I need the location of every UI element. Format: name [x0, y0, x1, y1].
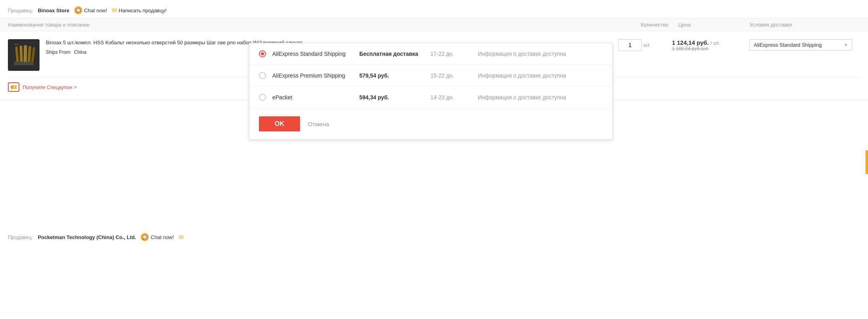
seller-name-1: Binoax Store — [38, 8, 69, 13]
col-product-header: Наименование товара и описание — [8, 22, 631, 28]
qty-unit: шт. — [643, 42, 650, 48]
ok-button[interactable]: OK — [259, 116, 300, 131]
shipping-info-standard: Информация о доставке доступна — [478, 51, 603, 57]
shipping-option-epacket[interactable]: ePacket 594,34 руб. 14-23 дн. Информация… — [249, 87, 612, 108]
seller-label-2: Продавец: — [8, 234, 33, 240]
price-value: 1 124,14 руб. — [672, 39, 709, 46]
chat-now-button-1[interactable]: 💬 Chat now! — [74, 6, 108, 14]
page-container: Продавец: Binoax Store 💬 Chat now! ✉ Нап… — [0, 0, 868, 319]
seller-bar-bottom: Продавец: Pocketman Technology (China) C… — [0, 227, 868, 245]
svg-rect-2 — [19, 46, 23, 62]
side-bar — [866, 150, 868, 174]
envelope-icon-2: ✉ — [179, 234, 184, 241]
shipping-info-premium: Информация о доставке доступна — [478, 72, 603, 79]
dropdown-arrow: ▼ — [844, 43, 848, 47]
radio-standard[interactable] — [259, 50, 266, 57]
chat-icon-1: 💬 — [74, 6, 82, 14]
col-shipping-header: Условия доставки — [749, 22, 860, 28]
price-main: 1 124,14 руб. / шт. — [672, 39, 743, 46]
shipping-option-premium[interactable]: AliExpress Premium Shipping 579,54 руб. … — [249, 65, 612, 87]
chat-icon-2: 💬 — [141, 233, 149, 241]
shipping-name-epacket: ePacket — [272, 94, 359, 101]
seller-name-2: Pocketman Technology (China) Co., Ltd. — [38, 234, 136, 240]
shipping-time-standard: 17-22 дн. — [430, 51, 478, 57]
seller-label-1: Продавец: — [8, 8, 33, 13]
shipping-cost-standard: Бесплатная доставка — [359, 51, 430, 57]
price-section: 1 124,14 руб. / шт. 1 183,24 руб./шт. — [672, 39, 743, 51]
svg-text:binoax: binoax — [14, 43, 19, 45]
coupon-link[interactable]: Получите Спецкупон > — [23, 84, 77, 90]
shipping-name-standard: AliExpress Standard Shipping — [272, 51, 359, 57]
shipping-selected-label: AliExpress Standard Shipping — [754, 42, 822, 48]
shipping-section: AliExpress Standard Shipping ▼ — [749, 39, 860, 51]
shipping-name-premium: AliExpress Premium Shipping — [272, 72, 359, 79]
message-label-1: Написать продавцу! — [119, 8, 166, 13]
price-unit: / шт. — [710, 40, 720, 46]
shipping-time-premium: 15-22 дн. — [430, 72, 478, 79]
svg-rect-3 — [24, 45, 27, 63]
radio-epacket[interactable] — [259, 94, 266, 101]
seller-bar-top: Продавец: Binoax Store 💬 Chat now! ✉ Нап… — [0, 0, 868, 19]
shipping-time-epacket: 14-23 дн. — [430, 94, 478, 101]
col-price-header: Цена — [678, 22, 749, 28]
col-qty-header: Количество — [631, 22, 678, 28]
qty-input[interactable] — [618, 39, 642, 51]
shipping-dropdown-overlay: AliExpress Standard Shipping Бесплатная … — [249, 43, 613, 140]
shipping-cost-premium: 579,54 руб. — [359, 72, 430, 79]
action-bar: OK Отмена — [249, 108, 612, 139]
shipping-dropdown[interactable]: AliExpress Standard Shipping ▼ — [749, 39, 852, 51]
cancel-button[interactable]: Отмена — [308, 121, 329, 127]
qty-section: шт. — [618, 39, 666, 51]
shipping-option-standard[interactable]: AliExpress Standard Shipping Бесплатная … — [249, 43, 612, 65]
shipping-cost-epacket: 594,34 руб. — [359, 94, 430, 101]
envelope-icon-1: ✉ — [112, 7, 117, 14]
column-headers: Наименование товара и описание Количеств… — [0, 19, 868, 31]
coupon-icon: 🎫 — [8, 82, 19, 92]
product-image: binoax — [8, 39, 40, 71]
shipping-info-epacket: Информация о доставке доступна — [478, 94, 603, 101]
svg-rect-6 — [14, 61, 34, 65]
price-original: 1 183,24 руб./шт. — [672, 46, 743, 51]
chat-now-label-2: Chat now! — [151, 234, 174, 240]
chat-now-label-1: Chat now! — [84, 8, 108, 13]
ships-from-label: Ships From: — [46, 49, 72, 55]
radio-premium[interactable] — [259, 72, 266, 79]
message-seller-btn-1[interactable]: ✉ Написать продавцу! — [112, 7, 166, 14]
chat-now-button-2[interactable]: 💬 Chat now! — [141, 233, 174, 241]
ships-from-value: China — [74, 49, 86, 55]
